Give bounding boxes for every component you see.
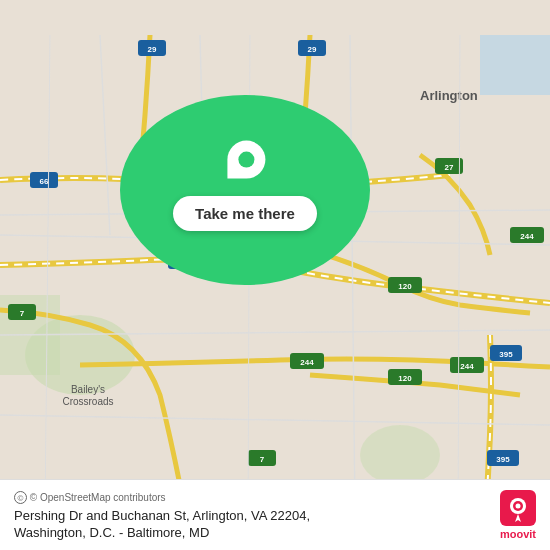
- svg-text:120: 120: [398, 374, 412, 383]
- svg-text:395: 395: [499, 350, 513, 359]
- svg-line-42: [45, 35, 50, 515]
- svg-text:27: 27: [445, 163, 454, 172]
- svg-rect-0: [480, 35, 550, 95]
- copyright-icon: ©: [14, 491, 27, 504]
- moovit-logo[interactable]: moovit: [500, 490, 536, 540]
- location-pin-icon: [227, 140, 265, 178]
- svg-line-37: [100, 35, 110, 235]
- svg-text:Crossroads: Crossroads: [62, 396, 113, 407]
- svg-text:120: 120: [398, 282, 412, 291]
- osm-credit: © © OpenStreetMap contributors: [14, 491, 310, 504]
- location-bubble: Take me there: [120, 95, 370, 285]
- bottom-info-bar: © © OpenStreetMap contributors Pershing …: [0, 479, 550, 550]
- svg-text:244: 244: [520, 232, 534, 241]
- take-me-there-button[interactable]: Take me there: [173, 196, 317, 231]
- svg-text:Bailey's: Bailey's: [71, 384, 105, 395]
- svg-line-44: [458, 35, 460, 515]
- location-pin-wrapper: [217, 132, 274, 189]
- svg-point-48: [515, 504, 520, 509]
- moovit-text: moovit: [500, 528, 536, 540]
- svg-line-39: [350, 35, 355, 515]
- address-line1: Pershing Dr and Buchanan St, Arlington, …: [14, 508, 310, 523]
- svg-text:244: 244: [300, 358, 314, 367]
- map-container: 66 50 244 244 7 7 395 395 120: [0, 0, 550, 550]
- svg-text:395: 395: [496, 455, 510, 464]
- address-section: © © OpenStreetMap contributors Pershing …: [14, 491, 310, 540]
- svg-point-3: [360, 425, 440, 485]
- svg-text:Arlington: Arlington: [420, 88, 478, 103]
- svg-text:66: 66: [40, 177, 49, 186]
- svg-text:7: 7: [260, 455, 265, 464]
- svg-text:29: 29: [148, 45, 157, 54]
- svg-line-41: [0, 415, 550, 425]
- moovit-icon: [500, 490, 536, 526]
- svg-text:29: 29: [308, 45, 317, 54]
- address-line2: Washington, D.C. - Baltimore, MD: [14, 525, 310, 540]
- svg-text:244: 244: [460, 362, 474, 371]
- svg-text:7: 7: [20, 309, 25, 318]
